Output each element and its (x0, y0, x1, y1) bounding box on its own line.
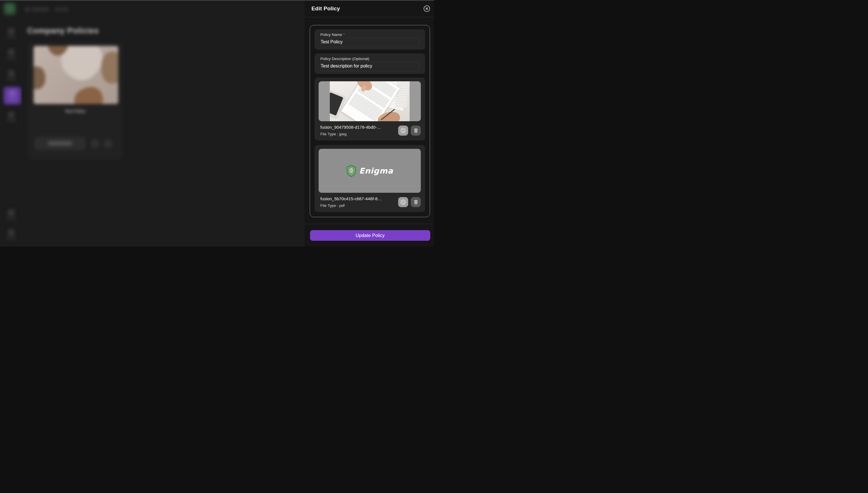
attached-file-card-jpeg: fusion_90479508-d178-4bd0-… File Type : … (315, 78, 425, 141)
policy-name-input[interactable]: Test Policy (320, 38, 419, 47)
file-meta-row: fusion_90479508-d178-4bd0-… File Type : … (319, 125, 421, 136)
file-type: File Type : jpeg (320, 132, 398, 136)
sidebar-item-policies-active[interactable] (3, 87, 21, 105)
file-texts: fusion_90479508-d178-4bd0-… File Type : … (319, 125, 398, 136)
close-icon[interactable] (423, 5, 431, 12)
main-blurred-content: Company Policies Test Policy (22, 1, 304, 246)
replace-file-icon[interactable] (398, 126, 408, 135)
drawer-title: Edit Policy (312, 5, 340, 12)
app-logo-icon (3, 3, 16, 15)
sidebar-item-2-label (6, 57, 16, 59)
policy-card-status-control[interactable] (35, 137, 86, 150)
policy-card-status-text-blob (48, 141, 72, 146)
main-content: Company Policies Test Policy (22, 1, 304, 246)
sidebar-item-1-label (6, 36, 16, 38)
thumb-blob (71, 84, 106, 104)
file-texts: fusion_5b70c415-c687-446f-8… File Type :… (319, 196, 398, 208)
file-preview-jpeg (319, 81, 421, 121)
drawer-body: Policy Name* Test Policy Policy Descript… (304, 17, 434, 224)
policy-card[interactable]: Test Policy (27, 43, 123, 160)
policy-card-action-button-1[interactable] (90, 139, 99, 148)
update-policy-button[interactable]: Update Policy (310, 230, 430, 241)
sidebar-item-6-icon[interactable] (8, 209, 15, 216)
enigma-logo-text: Enigma (359, 166, 393, 175)
policy-description-input[interactable]: Test description for policy (320, 62, 419, 71)
replace-file-icon[interactable] (398, 197, 408, 207)
attached-file-card-pdf: Enigma fusion_5b70c415-c687-446f-8… File… (315, 145, 425, 212)
sidebar-item-6-label (6, 217, 16, 219)
file-name: fusion_5b70c415-c687-446f-8… (320, 196, 393, 201)
sidebar (0, 1, 22, 246)
thumb-blob (33, 66, 45, 90)
thumb-blob (101, 52, 118, 84)
page-title: Company Policies (27, 26, 99, 35)
delete-file-icon[interactable] (411, 126, 421, 135)
drawer-footer: Update Policy (304, 224, 434, 246)
document-photo (330, 81, 410, 121)
file-meta-row: fusion_5b70c415-c687-446f-8… File Type :… (319, 196, 421, 208)
sidebar-item-2-icon[interactable] (8, 49, 15, 56)
policy-description-label: Policy Description (Optional) (320, 57, 419, 61)
sidebar-item-1-icon[interactable] (8, 28, 15, 35)
file-preview-pdf: Enigma (319, 149, 421, 193)
breadcrumb-item-1[interactable] (31, 7, 49, 12)
file-type: File Type : pdf (320, 203, 398, 208)
sidebar-item-7-icon[interactable] (8, 229, 15, 236)
policy-name-label: Policy Name* (320, 33, 419, 37)
edit-policy-drawer: Edit Policy Policy Name* Test Policy Pol… (304, 0, 434, 246)
enigma-shield-logo-icon (346, 165, 357, 177)
sidebar-item-3-icon[interactable] (8, 70, 15, 77)
drawer-header: Edit Policy (304, 0, 434, 17)
sidebar-item-5-icon[interactable] (8, 111, 15, 119)
sidebar-blurred-content (0, 1, 22, 246)
policy-description-field: Policy Description (Optional) Test descr… (315, 53, 425, 74)
policy-form-container: Policy Name* Test Policy Policy Descript… (310, 25, 430, 217)
policy-card-thumbnail (33, 46, 118, 104)
breadcrumb-icon (25, 7, 29, 12)
policy-card-title: Test Policy (27, 109, 123, 113)
sidebar-active-icon (9, 90, 16, 97)
sidebar-active-label (8, 99, 17, 101)
policy-card-action-button-2[interactable] (103, 139, 113, 148)
policy-name-field: Policy Name* Test Policy (315, 29, 425, 50)
photo-receipt (395, 81, 410, 108)
window-top-strip (0, 0, 434, 1)
file-name: fusion_90479508-d178-4bd0-… (320, 125, 393, 130)
breadcrumb-item-2[interactable] (54, 7, 69, 12)
photo-tablet (330, 90, 346, 118)
required-asterisk: * (343, 33, 345, 37)
sidebar-item-5-label (6, 120, 16, 122)
delete-file-icon[interactable] (411, 197, 421, 207)
app-window: Company Policies Test Policy Ed (0, 0, 434, 246)
sidebar-item-3-label (6, 79, 16, 81)
sidebar-item-7-label (6, 238, 16, 240)
